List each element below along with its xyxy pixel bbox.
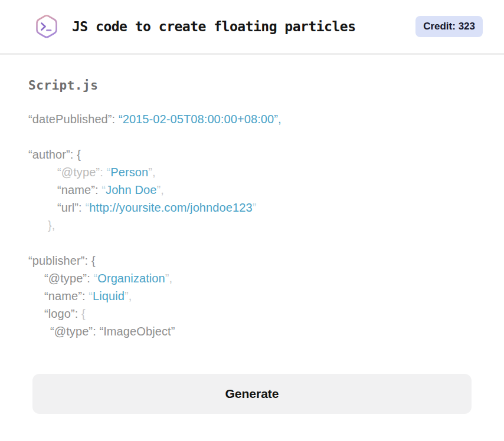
generate-button[interactable]: Generate [32, 374, 472, 414]
code-segment: “@type” [57, 166, 100, 179]
code-line: “@type”: “Organization”, [28, 269, 476, 287]
code-segment: “2015-02-05T08:00:00+08:00”, [119, 113, 282, 126]
code-segment: ”, [165, 272, 172, 285]
code-block: “datePublished”: “2015-02-05T08:00:00+08… [28, 110, 476, 340]
code-segment: }, [48, 219, 55, 232]
code-segment: John Doe [106, 183, 156, 196]
code-segment: { [81, 307, 86, 320]
code-line: “@type”: “ImageObject” [28, 322, 476, 340]
code-segment: ”, [156, 183, 163, 196]
script-filename: Script.js [28, 78, 476, 93]
app-logo [34, 14, 60, 40]
code-line: “publisher”: { [28, 252, 476, 269]
code-line: }, [28, 216, 476, 234]
page-title: JS code to create floating particles [72, 19, 356, 34]
code-segment: “author”: { [28, 148, 81, 161]
code-segment: : [100, 166, 106, 179]
code-line: “author”: { [28, 146, 476, 163]
code-line: “@type”: “Person”, [28, 163, 476, 181]
terminal-prompt-hexagon-icon [34, 14, 60, 40]
code-segment: Organization [97, 272, 165, 285]
code-line: “datePublished”: “2015-02-05T08:00:00+08… [28, 110, 476, 128]
code-segment: “publisher”: { [28, 254, 96, 267]
code-segment: “@type”: “ImageObject” [50, 325, 175, 338]
code-segment: “datePublished”: [28, 113, 119, 126]
code-segment: “logo”: [44, 307, 81, 320]
code-line: “name”: “John Doe”, [28, 181, 476, 199]
code-segment: http://yoursite.com/johndoe123 [89, 201, 253, 214]
code-segment: Liquid [93, 289, 125, 302]
header: JS code to create floating particles Cre… [0, 0, 504, 55]
main-content: Script.js “datePublished”: “2015-02-05T0… [0, 78, 504, 340]
code-line: “logo”: { [28, 305, 476, 322]
credit-badge: Credit: 323 [415, 16, 483, 37]
code-segment: “@type”: [44, 272, 93, 285]
code-segment: ” [253, 201, 257, 214]
code-blank-line [28, 234, 476, 252]
code-segment: Person [110, 166, 148, 179]
code-segment: “name”: [57, 183, 102, 196]
code-segment: ”, [148, 166, 155, 179]
button-row: Generate [0, 374, 504, 414]
code-line: “url”: “http://yoursite.com/johndoe123” [28, 199, 476, 216]
code-blank-line [28, 128, 476, 146]
code-line: “name”: “Liquid”, [28, 287, 476, 305]
code-segment: “name”: [44, 289, 89, 302]
code-segment: “url”: [57, 201, 85, 214]
code-segment: ”, [125, 289, 132, 302]
